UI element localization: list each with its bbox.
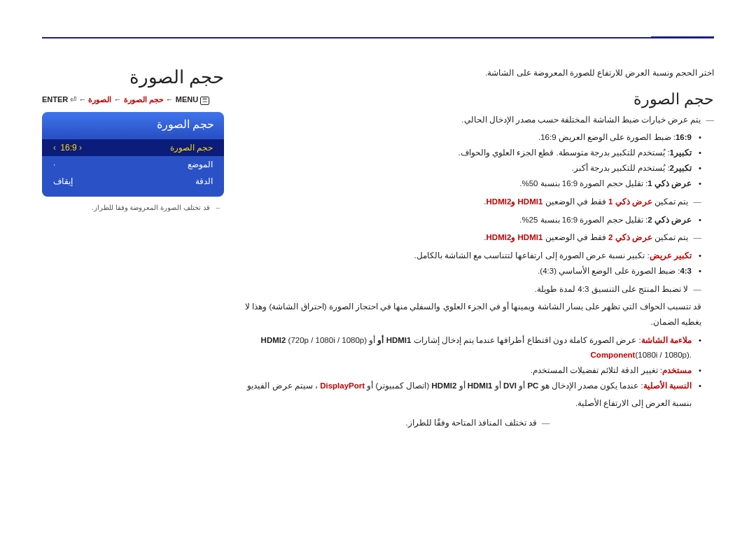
option-key: عرض ذكي 1 bbox=[648, 179, 692, 188]
sub-text: يتم تمكين bbox=[652, 197, 688, 206]
sub-text: فقط في الوضعين bbox=[542, 233, 608, 241]
sub-text: يتم تمكين bbox=[652, 233, 688, 241]
tick-icon: ― bbox=[694, 197, 702, 206]
options-list: تكبير عريض: تكبير نسبة عرض الصورة إلى ار… bbox=[241, 248, 714, 279]
list-item: تكبير2: يُستخدم للتكبير بدرجة أكبر. bbox=[241, 161, 701, 176]
option-text: : يُستخدم للتكبير بدرجة أكبر. bbox=[571, 164, 669, 172]
menu-path: ENTER ⏎ ← حجم الصورة ← الصورة ← MENU ☰ bbox=[42, 95, 224, 105]
tick-icon: ― bbox=[706, 115, 715, 124]
src-hdmi1: HDMI1 bbox=[468, 381, 493, 390]
options-list: عرض ذكي 2: تقليل حجم الصورة 16:9 بنسبة 2… bbox=[241, 213, 714, 228]
sub-tail-red: HDMI1 وHDMI2 bbox=[486, 197, 543, 206]
footer-note: ― قد تختلف المنافذ المتاحة وفقًا للطراز. bbox=[241, 416, 714, 431]
page-top-rule bbox=[42, 37, 714, 38]
list-item: 4:3: ضبط الصورة على الوضع الأساسي (4:3). bbox=[241, 264, 701, 279]
tick-icon: ― bbox=[694, 233, 702, 241]
arrow-icon: ← bbox=[166, 95, 174, 104]
osd-body: حجم الصورة ‹ 16:9 › الموضع · الدقة إيقاف bbox=[42, 136, 224, 197]
src-pc: PC bbox=[527, 381, 538, 390]
menu-path-enter: ENTER bbox=[42, 95, 68, 104]
options-list: ملاءمة الشاشة: عرض الصورة كاملة دون اقتط… bbox=[241, 333, 714, 412]
option-text: : تقليل حجم الصورة 16:9 بنسبة 50%. bbox=[519, 179, 648, 188]
list-item-original-ratio: النسبة الأصلية: عندما يكون مصدر الإدخال … bbox=[241, 379, 701, 412]
preface-note: ― يتم عرض خيارات ضبط الشاشة المختلفة حسب… bbox=[241, 113, 714, 128]
list-item: عرض ذكي 2: تقليل حجم الصورة 16:9 بنسبة 2… bbox=[241, 213, 701, 228]
osd-row-label: حجم الصورة bbox=[170, 143, 213, 153]
list-item: عرض ذكي 1: تقليل حجم الصورة 16:9 بنسبة 5… bbox=[241, 176, 701, 192]
option-key: 16:9 bbox=[676, 133, 692, 141]
osd-row-value: إيقاف bbox=[53, 176, 73, 186]
warning-note: ― لا تضبط المنتج على التنسيق 4:3 لمدة طو… bbox=[241, 282, 714, 297]
osd-row-value: · bbox=[53, 160, 55, 169]
sub-key: عرض ذكي 2 bbox=[608, 233, 652, 241]
dash-icon: – bbox=[216, 204, 220, 211]
chevron-left-icon: ‹ bbox=[79, 143, 84, 153]
osd-row-size[interactable]: حجم الصورة ‹ 16:9 › bbox=[42, 139, 224, 156]
option-text: : يُستخدم للتكبير بدرجة متوسطة. قطع الجز… bbox=[458, 148, 669, 157]
option-key: ملاءمة الشاشة bbox=[641, 336, 692, 344]
option-text: : عرض الصورة كاملة دون اقتطاع أطرافها عن… bbox=[411, 336, 640, 344]
footer-note-text: قد تختلف المنافذ المتاحة وفقًا للطراز. bbox=[406, 419, 537, 427]
list-item-screen-fit: ملاءمة الشاشة: عرض الصورة كاملة دون اقتط… bbox=[241, 333, 701, 364]
tick-icon: ― bbox=[542, 419, 550, 427]
right-column: حجم الصورة ENTER ⏎ ← حجم الصورة ← الصورة… bbox=[42, 66, 224, 433]
or-text: أو bbox=[456, 381, 467, 390]
orig-line2: بنسبة العرض إلى الارتفاع الأصلية. bbox=[241, 396, 692, 412]
warning-paragraph: قد تتسبب الحواف التي تظهر على يسار الشاش… bbox=[241, 300, 714, 330]
options-list: 16:9: ضبط الصورة على الوضع العريض 16:9. … bbox=[241, 130, 714, 191]
tick-icon: ― bbox=[694, 285, 702, 293]
osd-footnote-text: قد تختلف الصورة المعروضة وفقا للطراز. bbox=[92, 204, 210, 211]
sub-text: فقط في الوضعين bbox=[542, 197, 608, 206]
section-title: حجم الصورة bbox=[241, 90, 714, 108]
preface-text: يتم عرض خيارات ضبط الشاشة المختلفة حسب م… bbox=[461, 115, 701, 124]
option-text: : ضبط الصورة على الوضع العريض 16:9. bbox=[538, 133, 676, 141]
menu-path-menu: MENU bbox=[176, 95, 198, 104]
res-tail: (1080i / 1080p). bbox=[635, 351, 692, 359]
src-hdmi2: HDMI2 bbox=[432, 381, 457, 390]
res-text: (720p / 1080i / 1080p) أو bbox=[286, 336, 375, 344]
option-key: تكبير1 bbox=[670, 148, 692, 157]
or-text: أو bbox=[517, 381, 527, 390]
intro-text: اختر الحجم ونسبة العرض للارتفاع للصورة ا… bbox=[241, 66, 714, 80]
main-column: اختر الحجم ونسبة العرض للارتفاع للصورة ا… bbox=[241, 66, 714, 433]
osd-row-resolution[interactable]: الدقة إيقاف bbox=[42, 173, 224, 190]
arrow-icon: ← bbox=[78, 95, 86, 104]
sub-tail-red: HDMI1 وHDMI2 bbox=[486, 233, 543, 241]
chevron-right-icon: › bbox=[53, 143, 58, 153]
list-item: تكبير عريض: تكبير نسبة عرض الصورة إلى ار… bbox=[241, 248, 701, 264]
breadcrumb-picture: الصورة bbox=[88, 95, 111, 104]
component-text: Component bbox=[591, 351, 636, 359]
osd-row-value: 16:9 bbox=[60, 143, 76, 153]
osd-title: حجم الصورة bbox=[42, 112, 224, 136]
sub-note: ― يتم تمكين عرض ذكي 2 فقط في الوضعين HDM… bbox=[241, 230, 714, 246]
menu-icon: ☰ bbox=[200, 97, 209, 105]
osd-row-position[interactable]: الموضع · bbox=[42, 156, 224, 173]
option-key: النسبة الأصلية bbox=[643, 381, 692, 390]
breadcrumb-size: حجم الصورة bbox=[124, 95, 164, 104]
option-key: مستخدم bbox=[662, 366, 692, 374]
paren-text: (اتصال كمبيوتر) أو bbox=[365, 381, 431, 390]
arrow-icon: ← bbox=[114, 95, 122, 104]
sub-note: ― يتم تمكين عرض ذكي 1 فقط في الوضعين HDM… bbox=[241, 195, 714, 210]
option-text: : تكبير نسبة عرض الصورة إلى ارتفاعها لتت… bbox=[414, 251, 649, 260]
option-text: : عندما يكون مصدر الإدخال هو bbox=[538, 381, 643, 390]
list-item: 16:9: ضبط الصورة على الوضع العريض 16:9. bbox=[241, 130, 701, 146]
option-text: : ضبط الصورة على الوضع الأساسي (4:3). bbox=[538, 267, 680, 275]
option-text: : تغيير الدقة لتلائم تفضيلات المستخدم. bbox=[531, 366, 662, 374]
src-dvi: DVI bbox=[503, 381, 517, 390]
or-text: أو bbox=[492, 381, 503, 390]
osd-preview: حجم الصورة حجم الصورة ‹ 16:9 › الموضع · … bbox=[42, 112, 224, 197]
sub-key: عرض ذكي 1 bbox=[608, 197, 652, 206]
src-displayport: DisplayPort bbox=[320, 381, 365, 390]
enter-icon: ⏎ bbox=[70, 95, 76, 104]
list-item: تكبير1: يُستخدم للتكبير بدرجة متوسطة. قط… bbox=[241, 146, 701, 161]
option-key: تكبير عريض bbox=[650, 251, 692, 260]
option-key: عرض ذكي 2 bbox=[648, 216, 692, 224]
list-item-custom: مستخدم: تغيير الدقة لتلائم تفضيلات المست… bbox=[241, 363, 701, 379]
osd-row-label: الدقة bbox=[195, 176, 213, 186]
warning-text: لا تضبط المنتج على التنسيق 4:3 لمدة طويل… bbox=[535, 285, 689, 293]
page-title: حجم الصورة bbox=[42, 66, 224, 88]
osd-footnote: – قد تختلف الصورة المعروضة وفقا للطراز. bbox=[42, 204, 224, 211]
osd-row-label: الموضع bbox=[188, 160, 213, 169]
option-key: تكبير2 bbox=[670, 164, 692, 172]
